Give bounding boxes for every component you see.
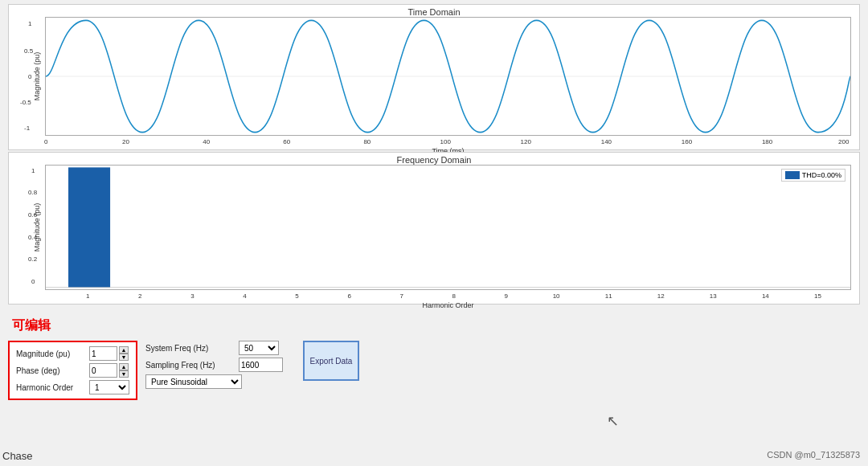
magnitude-row: Magnitude (pu) ▲ ▼: [16, 346, 129, 361]
magnitude-input[interactable]: [89, 346, 117, 361]
y-tick-m05: -0.5: [20, 99, 31, 106]
phase-row: Phase (deg) ▲ ▼: [16, 363, 129, 378]
main-container: Time Domain Magnitude (pu) 1 0.5 0 -0.5 …: [0, 0, 868, 466]
svg-rect-1: [68, 167, 110, 287]
cursor-indicator: ↖: [607, 412, 619, 430]
phase-spinner: ▲ ▼: [119, 363, 129, 378]
charts-area: Time Domain Magnitude (pu) 1 0.5 0 -0.5 …: [0, 0, 868, 313]
freq-x-axis-label: Harmonic Order: [45, 301, 851, 309]
y-tick-0: 0: [28, 73, 31, 80]
thd-legend: THD=0.00%: [781, 169, 845, 182]
waveform-type-select[interactable]: Pure Sinusoidal With Harmonics: [145, 374, 242, 389]
freq-y-axis-label: Magnitude (pu): [33, 203, 41, 252]
y-tick-m1: -1: [24, 125, 30, 132]
phase-label: Phase (deg): [16, 366, 84, 375]
thd-label: THD=0.00%: [802, 171, 841, 179]
watermark: CSDN @m0_71325873: [767, 450, 860, 460]
magnitude-up-btn[interactable]: ▲: [119, 346, 129, 354]
phase-up-btn[interactable]: ▲: [119, 363, 129, 370]
thd-color-box: [785, 171, 800, 179]
export-data-button[interactable]: Export Data: [303, 341, 359, 381]
system-freq-select[interactable]: 50 60: [239, 341, 279, 355]
sampling-freq-label: Sampling Freq (Hz): [145, 361, 234, 370]
time-domain-plot: 1 0.5 0 -0.5 -1 0 20 40: [45, 17, 851, 136]
bottom-controls: Magnitude (pu) ▲ ▼ Phase (deg) ▲ ▼: [8, 341, 860, 400]
magnitude-spinner: ▲ ▼: [119, 346, 129, 361]
system-freq-label: System Freq (Hz): [145, 344, 234, 353]
harmonic-order-select[interactable]: 1 2 3 4 5: [89, 380, 129, 394]
harmonic-order-row: Harmonic Order 1 2 3 4 5: [16, 380, 129, 394]
system-freq-row: System Freq (Hz) 50 60: [145, 341, 283, 355]
y-tick-1: 1: [28, 20, 31, 27]
sampling-freq-input[interactable]: [239, 358, 283, 372]
phase-down-btn[interactable]: ▼: [119, 370, 129, 378]
editable-label: 可编辑: [12, 317, 860, 334]
left-controls-box: Magnitude (pu) ▲ ▼ Phase (deg) ▲ ▼: [8, 341, 137, 400]
harmonic-order-label: Harmonic Order: [16, 383, 84, 392]
sampling-freq-row: Sampling Freq (Hz): [145, 358, 283, 372]
waveform-type-row: Pure Sinusoidal With Harmonics: [145, 374, 283, 389]
time-domain-chart: Time Domain Magnitude (pu) 1 0.5 0 -0.5 …: [8, 4, 860, 150]
frequency-domain-svg: [46, 166, 850, 289]
time-domain-title: Time Domain: [9, 5, 859, 17]
phase-input[interactable]: [89, 363, 117, 378]
right-controls: System Freq (Hz) 50 60 Sampling Freq (Hz…: [145, 341, 283, 389]
chase-label: Chase: [2, 450, 33, 462]
time-y-axis-label: Magnitude (pu): [33, 52, 41, 101]
controls-area: 可编辑 Magnitude (pu) ▲ ▼ Phase (deg): [0, 313, 868, 466]
magnitude-label: Magnitude (pu): [16, 350, 84, 358]
time-domain-svg: [46, 18, 850, 135]
frequency-domain-chart: Frequency Domain Magnitude (pu) THD=0.00…: [8, 152, 860, 305]
y-tick-05: 0.5: [24, 47, 33, 55]
frequency-domain-plot: THD=0.00% 1 0.8 0.6 0.4 0.2 0: [45, 165, 851, 290]
frequency-domain-title: Frequency Domain: [9, 153, 859, 165]
magnitude-down-btn[interactable]: ▼: [119, 354, 129, 361]
